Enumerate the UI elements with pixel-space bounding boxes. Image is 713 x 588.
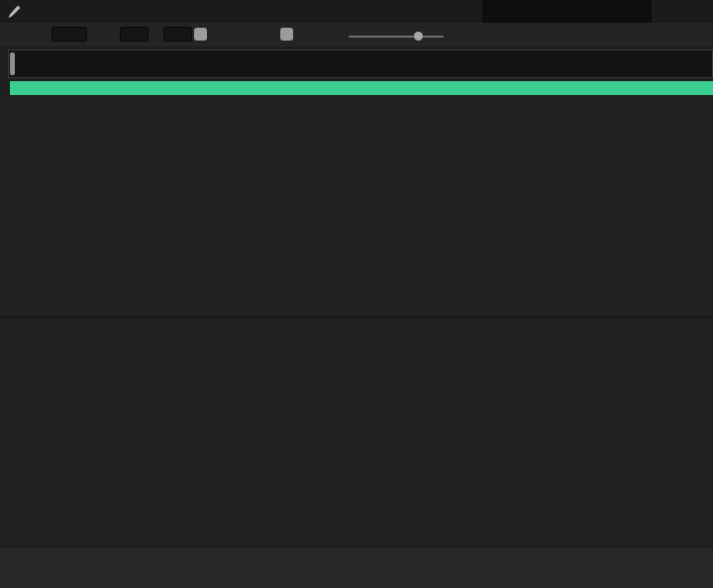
metronome-checkbox[interactable] — [280, 28, 293, 41]
pen-tool-icon[interactable] — [6, 4, 22, 20]
status-bar — [0, 546, 713, 588]
overview-waveform[interactable] — [9, 50, 712, 77]
overview-strip[interactable] — [8, 49, 713, 78]
audio-editor-window — [0, 0, 713, 588]
snap-checkbox[interactable] — [194, 28, 207, 41]
waveform-panel-1[interactable] — [0, 95, 713, 316]
bpm-input[interactable] — [51, 27, 87, 42]
overview-drag-handle[interactable] — [10, 52, 15, 75]
volume-slider[interactable] — [349, 36, 444, 38]
meter-numerator-input[interactable] — [120, 27, 149, 42]
waveform-panel-2[interactable] — [0, 318, 713, 546]
transport-controls — [482, 0, 652, 23]
volume-slider-knob[interactable] — [414, 32, 423, 41]
beatgrid-toolbar — [0, 23, 713, 47]
meter-denominator-input[interactable] — [163, 27, 192, 42]
time-ruler[interactable] — [10, 81, 713, 95]
menu-bar — [0, 0, 713, 23]
